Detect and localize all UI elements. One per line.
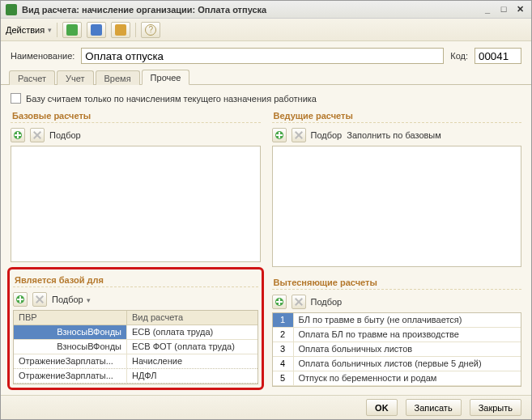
delete-icon (36, 295, 44, 303)
tab-content-prochee: Базу считаем только по начислениям текущ… (1, 85, 531, 395)
table-row[interactable]: ВзносыВФонды ЕСВ ФОТ (оплата труда) (14, 340, 257, 354)
disp-podbor-link[interactable]: Подбор (311, 297, 343, 307)
save-icon (66, 24, 78, 36)
checkbox-row: Базу считаем только по начислениям текущ… (11, 93, 521, 104)
base-only-current-checkbox[interactable] (11, 93, 21, 104)
isbase-col-pvr: ПВР (14, 311, 127, 325)
checkbox-label: Базу считаем только по начислениям текущ… (26, 94, 317, 104)
app-icon (6, 4, 17, 15)
table-row[interactable]: ОтражениеЗарплаты... НДФЛ (14, 369, 257, 384)
tab-raschet[interactable]: Расчет (9, 70, 55, 85)
leading-podbor-link[interactable]: Подбор (311, 130, 343, 140)
base-podbor-link[interactable]: Подбор (49, 130, 81, 140)
tab-uchet[interactable]: Учет (57, 70, 94, 85)
is-base-for-highlight: Является базой для Подбор ПВР Вид расчет… (7, 267, 264, 390)
name-input[interactable] (81, 48, 444, 64)
isbase-podbor-link[interactable]: Подбор (52, 295, 91, 304)
panel-title-displacing: Вытесняющие расчеты (272, 275, 522, 290)
isbase-col-vid: Вид расчета (127, 311, 257, 325)
toolbar-btn-3[interactable] (111, 22, 130, 38)
footer: OK Записать Закрыть (1, 395, 531, 419)
tab-prochee[interactable]: Прочее (142, 70, 190, 85)
save-button[interactable]: Записать (406, 399, 462, 416)
ok-button[interactable]: OK (366, 399, 398, 416)
panel-title-base: Базовые расчеты (11, 108, 261, 123)
name-code-row: Наименование: Код: (1, 41, 531, 67)
window-title: Вид расчета: начисление организации: Опл… (22, 5, 478, 15)
code-input[interactable] (475, 48, 521, 64)
name-label: Наименование: (11, 51, 74, 61)
minimize-button[interactable]: _ (481, 4, 494, 15)
toolbar-btn-2[interactable] (87, 22, 106, 38)
panel-title-isbasefor: Является базой для (13, 273, 258, 287)
leading-fill-link[interactable]: Заполнить по базовым (347, 130, 441, 140)
delete-icon (295, 298, 303, 306)
plus-icon (275, 298, 283, 306)
base-add-button[interactable] (11, 128, 25, 142)
tab-vremya[interactable]: Время (96, 70, 140, 85)
action2-icon (115, 24, 126, 36)
table-row[interactable]: ВзносыВФонды ЕСВ (оплата труда) (14, 325, 257, 340)
delete-icon (33, 131, 41, 139)
plus-icon (275, 131, 283, 139)
list-item[interactable]: 3 Оплата больничных листов (273, 342, 521, 357)
disp-add-button[interactable] (272, 295, 287, 309)
isbase-delete-button[interactable] (32, 292, 47, 307)
list-item[interactable]: 2 Оплата БЛ по травме на производстве (273, 328, 521, 342)
plus-icon (14, 131, 22, 139)
disp-delete-button[interactable] (292, 295, 306, 309)
help-button[interactable]: ? (141, 22, 160, 38)
action-icon (91, 24, 102, 36)
toolbar-btn-1[interactable] (62, 22, 82, 38)
close-form-button[interactable]: Закрыть (470, 399, 521, 416)
base-grid[interactable] (11, 146, 261, 262)
list-item[interactable]: 5 Отпуск по беременности и родам (273, 371, 521, 386)
actions-menu[interactable]: Действия (6, 25, 52, 35)
help-icon: ? (145, 24, 156, 36)
disp-grid[interactable]: 1 БЛ по травме в быту (не оплачивается) … (272, 312, 522, 387)
maximize-button[interactable]: □ (497, 4, 510, 15)
base-delete-button[interactable] (30, 128, 45, 142)
titlebar: Вид расчета: начисление организации: Опл… (1, 1, 531, 19)
isbase-grid[interactable]: ПВР Вид расчета ВзносыВФонды ЕСВ (оплата… (13, 310, 258, 384)
delete-icon (295, 131, 303, 139)
plus-icon (16, 295, 24, 303)
list-item[interactable]: 4 Оплата больничных листов (первые 5 дне… (273, 357, 521, 371)
toolbar: Действия ? (1, 19, 531, 41)
code-label: Код: (450, 51, 468, 61)
leading-delete-button[interactable] (292, 128, 306, 142)
list-item[interactable]: 1 БЛ по травме в быту (не оплачивается) (273, 313, 521, 328)
close-button[interactable]: ✕ (513, 4, 526, 15)
table-row[interactable]: ОтражениеЗарплаты... Начисление (14, 354, 257, 369)
panel-title-leading: Ведущие расчеты (272, 108, 522, 123)
leading-grid[interactable] (272, 146, 522, 267)
isbase-add-button[interactable] (13, 292, 28, 307)
tabs: Расчет Учет Время Прочее (1, 67, 531, 85)
leading-add-button[interactable] (272, 128, 287, 142)
